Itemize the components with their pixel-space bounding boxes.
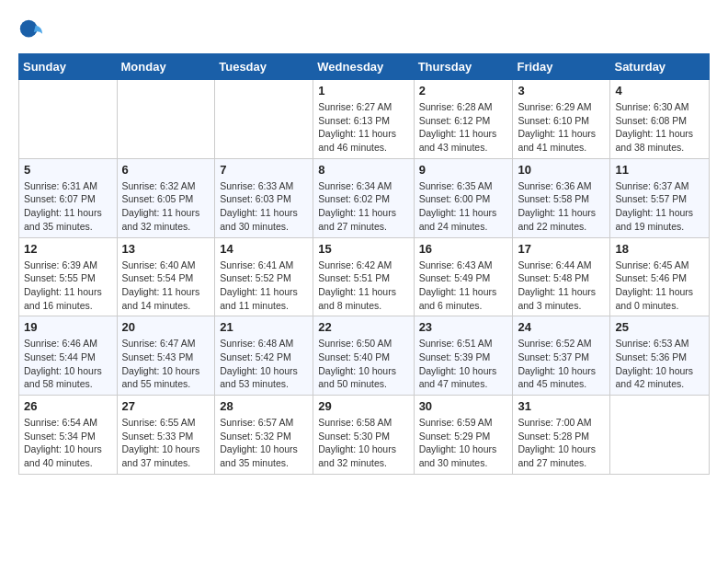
day-number: 25 xyxy=(615,320,704,334)
day-number: 27 xyxy=(122,399,210,413)
calendar-day-cell: 27Sunrise: 6:55 AM Sunset: 5:33 PM Dayli… xyxy=(117,396,215,475)
day-number: 7 xyxy=(220,163,308,177)
day-number: 23 xyxy=(419,320,508,334)
weekday-header-saturday: Saturday xyxy=(610,54,710,80)
day-number: 14 xyxy=(220,242,308,256)
day-info: Sunrise: 6:40 AM Sunset: 5:54 PM Dayligh… xyxy=(122,259,210,313)
day-number: 20 xyxy=(122,320,210,334)
calendar-day-cell xyxy=(117,80,215,159)
day-info: Sunrise: 6:37 AM Sunset: 5:57 PM Dayligh… xyxy=(615,179,704,234)
day-info: Sunrise: 6:48 AM Sunset: 5:42 PM Dayligh… xyxy=(220,337,308,391)
day-info: Sunrise: 6:29 AM Sunset: 6:10 PM Dayligh… xyxy=(518,100,605,155)
day-number: 5 xyxy=(24,163,112,177)
calendar-day-cell: 4Sunrise: 6:30 AM Sunset: 6:08 PM Daylig… xyxy=(610,80,710,159)
day-info: Sunrise: 6:53 AM Sunset: 5:36 PM Dayligh… xyxy=(615,337,704,391)
day-info: Sunrise: 6:47 AM Sunset: 5:43 PM Dayligh… xyxy=(122,337,210,391)
logo-icon xyxy=(18,18,44,44)
day-info: Sunrise: 6:42 AM Sunset: 5:51 PM Dayligh… xyxy=(318,259,408,313)
calendar-week-row: 26Sunrise: 6:54 AM Sunset: 5:34 PM Dayli… xyxy=(19,396,710,475)
calendar-day-cell: 3Sunrise: 6:29 AM Sunset: 6:10 PM Daylig… xyxy=(513,80,610,159)
day-info: Sunrise: 6:51 AM Sunset: 5:39 PM Dayligh… xyxy=(419,337,508,391)
calendar-day-cell: 24Sunrise: 6:52 AM Sunset: 5:37 PM Dayli… xyxy=(513,316,610,396)
calendar-day-cell: 10Sunrise: 6:36 AM Sunset: 5:58 PM Dayli… xyxy=(513,158,610,237)
weekday-header-row: SundayMondayTuesdayWednesdayThursdayFrid… xyxy=(19,54,710,80)
day-number: 3 xyxy=(518,84,605,98)
calendar-week-row: 12Sunrise: 6:39 AM Sunset: 5:55 PM Dayli… xyxy=(19,237,710,316)
calendar-day-cell: 26Sunrise: 6:54 AM Sunset: 5:34 PM Dayli… xyxy=(19,396,118,475)
calendar-day-cell: 15Sunrise: 6:42 AM Sunset: 5:51 PM Dayli… xyxy=(313,237,414,316)
calendar-day-cell: 7Sunrise: 6:33 AM Sunset: 6:03 PM Daylig… xyxy=(215,158,313,237)
calendar-day-cell: 21Sunrise: 6:48 AM Sunset: 5:42 PM Dayli… xyxy=(215,316,313,396)
day-info: Sunrise: 6:46 AM Sunset: 5:44 PM Dayligh… xyxy=(24,337,112,391)
calendar-day-cell: 2Sunrise: 6:28 AM Sunset: 6:12 PM Daylig… xyxy=(414,80,513,159)
day-info: Sunrise: 6:59 AM Sunset: 5:29 PM Dayligh… xyxy=(419,416,508,470)
day-info: Sunrise: 6:39 AM Sunset: 5:55 PM Dayligh… xyxy=(24,259,112,313)
weekday-header-tuesday: Tuesday xyxy=(215,54,313,80)
calendar-day-cell: 28Sunrise: 6:57 AM Sunset: 5:32 PM Dayli… xyxy=(215,396,313,475)
calendar-day-cell: 11Sunrise: 6:37 AM Sunset: 5:57 PM Dayli… xyxy=(610,158,710,237)
calendar-day-cell: 17Sunrise: 6:44 AM Sunset: 5:48 PM Dayli… xyxy=(513,237,610,316)
calendar-day-cell: 8Sunrise: 6:34 AM Sunset: 6:02 PM Daylig… xyxy=(313,158,414,237)
calendar-day-cell: 12Sunrise: 6:39 AM Sunset: 5:55 PM Dayli… xyxy=(19,237,118,316)
calendar-day-cell: 14Sunrise: 6:41 AM Sunset: 5:52 PM Dayli… xyxy=(215,237,313,316)
day-info: Sunrise: 6:33 AM Sunset: 6:03 PM Dayligh… xyxy=(220,179,308,234)
calendar-day-cell xyxy=(610,396,710,475)
day-number: 16 xyxy=(419,242,508,256)
calendar-body: 1Sunrise: 6:27 AM Sunset: 6:13 PM Daylig… xyxy=(19,80,710,475)
calendar-day-cell: 23Sunrise: 6:51 AM Sunset: 5:39 PM Dayli… xyxy=(414,316,513,396)
calendar-day-cell: 13Sunrise: 6:40 AM Sunset: 5:54 PM Dayli… xyxy=(117,237,215,316)
calendar-day-cell: 31Sunrise: 7:00 AM Sunset: 5:28 PM Dayli… xyxy=(513,396,610,475)
day-number: 12 xyxy=(24,242,112,256)
logo xyxy=(18,18,48,44)
calendar-day-cell xyxy=(19,80,118,159)
calendar-week-row: 1Sunrise: 6:27 AM Sunset: 6:13 PM Daylig… xyxy=(19,80,710,159)
day-info: Sunrise: 6:43 AM Sunset: 5:49 PM Dayligh… xyxy=(419,259,508,313)
day-info: Sunrise: 6:50 AM Sunset: 5:40 PM Dayligh… xyxy=(318,337,408,391)
day-info: Sunrise: 6:36 AM Sunset: 5:58 PM Dayligh… xyxy=(518,179,605,234)
day-number: 31 xyxy=(518,399,605,413)
calendar-day-cell: 5Sunrise: 6:31 AM Sunset: 6:07 PM Daylig… xyxy=(19,158,118,237)
day-info: Sunrise: 6:30 AM Sunset: 6:08 PM Dayligh… xyxy=(615,100,704,155)
weekday-header-thursday: Thursday xyxy=(414,54,513,80)
day-info: Sunrise: 6:34 AM Sunset: 6:02 PM Dayligh… xyxy=(318,179,408,234)
calendar-week-row: 5Sunrise: 6:31 AM Sunset: 6:07 PM Daylig… xyxy=(19,158,710,237)
calendar-day-cell: 1Sunrise: 6:27 AM Sunset: 6:13 PM Daylig… xyxy=(313,80,414,159)
day-number: 4 xyxy=(615,84,704,98)
day-number: 1 xyxy=(318,84,408,98)
page-header xyxy=(18,18,710,44)
day-number: 9 xyxy=(419,163,508,177)
day-number: 28 xyxy=(220,399,308,413)
day-number: 24 xyxy=(518,320,605,334)
day-number: 17 xyxy=(518,242,605,256)
day-number: 8 xyxy=(318,163,408,177)
weekday-header-friday: Friday xyxy=(513,54,610,80)
day-info: Sunrise: 7:00 AM Sunset: 5:28 PM Dayligh… xyxy=(518,416,605,470)
day-info: Sunrise: 6:55 AM Sunset: 5:33 PM Dayligh… xyxy=(122,416,210,470)
calendar-table: SundayMondayTuesdayWednesdayThursdayFrid… xyxy=(18,53,710,475)
day-info: Sunrise: 6:44 AM Sunset: 5:48 PM Dayligh… xyxy=(518,259,605,313)
calendar-header: SundayMondayTuesdayWednesdayThursdayFrid… xyxy=(19,54,710,80)
weekday-header-monday: Monday xyxy=(117,54,215,80)
day-info: Sunrise: 6:52 AM Sunset: 5:37 PM Dayligh… xyxy=(518,337,605,391)
calendar-day-cell: 29Sunrise: 6:58 AM Sunset: 5:30 PM Dayli… xyxy=(313,396,414,475)
day-number: 18 xyxy=(615,242,704,256)
calendar-day-cell: 16Sunrise: 6:43 AM Sunset: 5:49 PM Dayli… xyxy=(414,237,513,316)
day-number: 19 xyxy=(24,320,112,334)
day-number: 13 xyxy=(122,242,210,256)
calendar-day-cell: 6Sunrise: 6:32 AM Sunset: 6:05 PM Daylig… xyxy=(117,158,215,237)
day-number: 22 xyxy=(318,320,408,334)
calendar-day-cell: 9Sunrise: 6:35 AM Sunset: 6:00 PM Daylig… xyxy=(414,158,513,237)
calendar-week-row: 19Sunrise: 6:46 AM Sunset: 5:44 PM Dayli… xyxy=(19,316,710,396)
day-number: 11 xyxy=(615,163,704,177)
day-info: Sunrise: 6:45 AM Sunset: 5:46 PM Dayligh… xyxy=(615,259,704,313)
day-info: Sunrise: 6:57 AM Sunset: 5:32 PM Dayligh… xyxy=(220,416,308,470)
day-info: Sunrise: 6:32 AM Sunset: 6:05 PM Dayligh… xyxy=(122,179,210,234)
day-number: 10 xyxy=(518,163,605,177)
day-info: Sunrise: 6:35 AM Sunset: 6:00 PM Dayligh… xyxy=(419,179,508,234)
day-info: Sunrise: 6:28 AM Sunset: 6:12 PM Dayligh… xyxy=(419,100,508,155)
calendar-day-cell: 22Sunrise: 6:50 AM Sunset: 5:40 PM Dayli… xyxy=(313,316,414,396)
day-number: 21 xyxy=(220,320,308,334)
day-info: Sunrise: 6:27 AM Sunset: 6:13 PM Dayligh… xyxy=(318,100,408,155)
day-info: Sunrise: 6:54 AM Sunset: 5:34 PM Dayligh… xyxy=(24,416,112,470)
calendar-day-cell: 19Sunrise: 6:46 AM Sunset: 5:44 PM Dayli… xyxy=(19,316,118,396)
